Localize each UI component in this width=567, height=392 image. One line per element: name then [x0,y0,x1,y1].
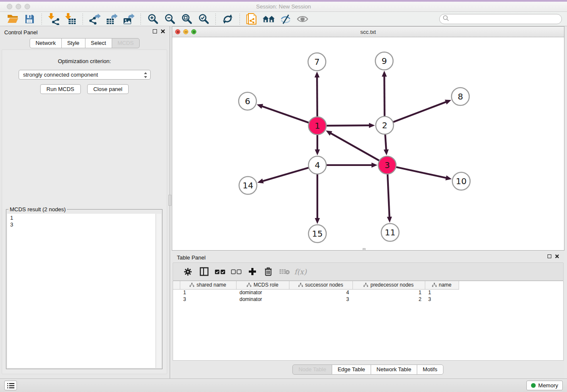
tab-mcds[interactable]: MCDS [112,38,140,48]
delete-column-icon[interactable] [260,265,276,278]
graph-node-15[interactable]: 15 [308,225,326,243]
memory-label: Memory [538,382,558,389]
graph-node-8[interactable]: 8 [451,88,469,105]
cell-shared-name[interactable]: 1 [180,289,236,296]
search-input[interactable] [439,14,562,24]
graph-node-10[interactable]: 10 [452,172,470,190]
graph-node-2[interactable]: 2 [376,116,394,134]
edge-1-6[interactable] [257,104,309,123]
tab-motifs[interactable]: Motifs [417,364,443,375]
close-panel-icon[interactable] [160,29,165,34]
list-icon [7,383,14,389]
header-filler [459,281,465,289]
tab-network[interactable]: Network [30,38,62,48]
tab-node-table[interactable]: Node Table [292,364,332,375]
home-layout-icon[interactable] [262,13,275,25]
cell-shared-name[interactable]: 3 [180,296,236,303]
edge-2-9[interactable] [382,71,387,116]
graph-node-1[interactable]: 1 [308,117,326,135]
select-chevrons-icon [143,72,148,80]
column-header-successor-nodes[interactable]: successor nodes [289,281,352,289]
cell-successor-nodes[interactable]: 3 [289,296,352,303]
tab-select[interactable]: Select [85,38,112,48]
graph-node-14[interactable]: 14 [239,177,257,194]
cell-name[interactable]: 1 [425,289,459,296]
refresh-view-icon[interactable] [221,13,234,25]
edge-2-8[interactable] [393,100,451,122]
column-tree-icon [247,283,251,287]
export-table-icon[interactable] [105,13,118,25]
graph-node-4[interactable]: 4 [308,156,326,174]
column-header-MCDS-role[interactable]: MCDS role [236,281,289,289]
svg-text:6: 6 [245,96,250,106]
open-session-icon[interactable] [6,13,19,25]
vertical-splitter-handle[interactable] [168,195,171,206]
unselect-all-checks-icon[interactable] [228,265,244,278]
result-scrollbar[interactable] [156,214,161,368]
table-options-gear-icon[interactable] [180,265,196,278]
edge-1-2[interactable] [326,123,375,128]
graph-node-3[interactable]: 3 [378,156,396,174]
cell-name[interactable]: 3 [425,296,459,303]
hide-graphics-details-icon[interactable] [279,13,292,25]
edge-3-1[interactable] [326,130,380,160]
add-column-icon[interactable] [244,265,260,278]
svg-text:4: 4 [315,160,320,170]
tab-style[interactable]: Style [61,38,85,48]
close-table-panel-icon[interactable] [555,254,559,259]
graph-node-6[interactable]: 6 [239,92,256,110]
graph-node-11[interactable]: 11 [381,224,399,241]
horizontal-splitter-handle[interactable] [363,248,366,251]
edge-4-14[interactable] [257,168,309,183]
save-session-icon[interactable] [23,13,36,25]
column-header-name[interactable]: name [425,281,459,289]
column-header-predecessor-nodes[interactable]: predecessor nodes [352,281,425,289]
edge-3-10[interactable] [396,167,452,180]
graph-node-7[interactable]: 7 [308,53,326,71]
import-table-icon[interactable] [64,13,77,25]
zoom-selected-icon[interactable] [197,13,210,25]
cell-successor-nodes[interactable]: 4 [289,289,352,296]
edge-2-3[interactable] [384,134,389,155]
optimization-criterion-select[interactable]: strongly connected component [19,70,151,80]
birds-eye-view-icon[interactable] [296,13,309,25]
tab-network-table[interactable]: Network Table [371,364,417,375]
close-panel-button[interactable]: Close panel [87,84,129,94]
show-columns-icon[interactable] [196,265,212,278]
edge-1-4[interactable] [315,135,320,155]
task-history-button[interactable] [4,381,17,390]
cell-predecessor-nodes[interactable]: 1 [352,289,425,296]
edge-4-3[interactable] [326,163,377,168]
run-mcds-button[interactable]: Run MCDS [40,84,81,94]
app-titlebar: Session: New Session [0,2,567,12]
cell-predecessor-nodes[interactable]: 2 [352,296,425,303]
svg-text:15: 15 [312,229,322,239]
memory-status-icon [531,383,536,388]
cell-MCDS-role[interactable]: dominator [236,289,289,296]
import-network-icon[interactable] [47,13,60,25]
zoom-out-icon[interactable] [163,13,176,25]
column-header-shared-name[interactable]: shared name [180,281,236,289]
delete-table-icon [276,265,292,278]
memory-button[interactable]: Memory [526,381,563,390]
network-window-titlebar[interactable]: scc.txt [172,27,564,37]
float-table-panel-icon[interactable] [548,254,551,258]
float-panel-icon[interactable] [153,29,157,33]
zoom-in-icon[interactable] [146,13,159,25]
edge-1-7[interactable] [314,72,319,117]
node-table: shared nameMCDS rolesuccessor nodesprede… [173,281,564,361]
edge-4-15[interactable] [315,174,320,224]
table-row-3[interactable]: 3dominator323 [173,296,465,303]
select-all-checks-icon[interactable] [212,265,228,278]
table-row-1[interactable]: 1dominator411 [173,289,465,296]
graph-node-9[interactable]: 9 [375,52,393,70]
edge-3-11[interactable] [387,174,392,223]
zoom-fit-icon[interactable] [180,13,193,25]
export-network-icon[interactable] [88,13,101,25]
tab-edge-table[interactable]: Edge Table [332,364,371,375]
network-from-file-icon[interactable] [245,13,258,25]
mcds-result-text[interactable]: 1 3 [7,214,155,368]
export-image-icon[interactable] [122,13,135,25]
network-canvas[interactable]: 7968124314101511 [172,37,564,250]
cell-MCDS-role[interactable]: dominator [236,296,289,303]
